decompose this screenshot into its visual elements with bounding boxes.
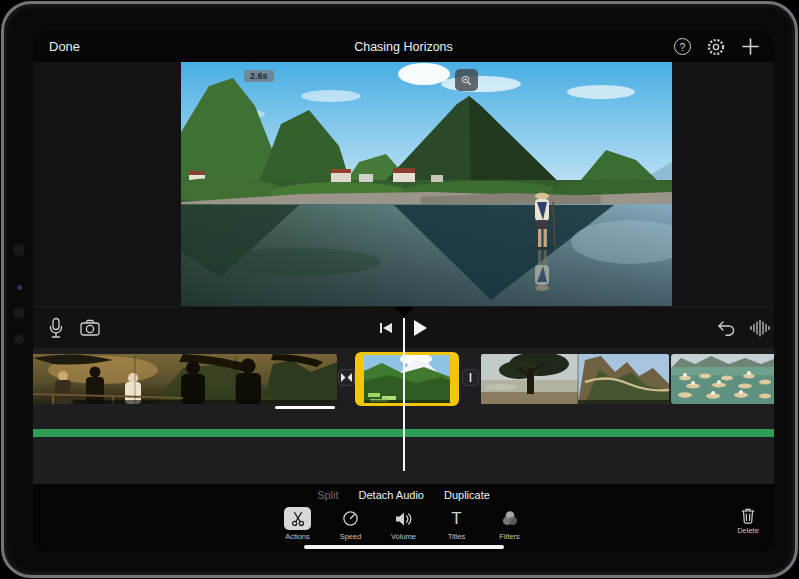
clip-trim-progress-bar bbox=[275, 406, 335, 409]
imovie-app-screen: Done Chasing Horizons ? bbox=[33, 31, 774, 552]
help-circle-icon: ? bbox=[674, 38, 691, 55]
settings-button[interactable] bbox=[706, 37, 726, 57]
video-preview[interactable] bbox=[181, 62, 672, 306]
add-media-button[interactable] bbox=[741, 37, 760, 56]
timeline-clip-selected-green-valley[interactable] bbox=[355, 352, 459, 406]
tool-label: Filters bbox=[499, 532, 519, 541]
audio-waveform-button[interactable] bbox=[747, 315, 773, 341]
record-video-button[interactable] bbox=[77, 315, 103, 341]
speed-gauge-icon bbox=[342, 510, 359, 527]
undo-icon bbox=[715, 320, 735, 337]
delete-clip-button[interactable]: Delete bbox=[728, 507, 768, 535]
preview-frame-mountain-lake bbox=[181, 62, 672, 306]
titles-T-icon: T bbox=[451, 510, 461, 527]
navbar-actions: ? bbox=[674, 37, 764, 57]
tool-speed[interactable]: Speed bbox=[331, 507, 371, 541]
tool-label: Actions bbox=[285, 532, 310, 541]
tool-titles[interactable]: T Titles bbox=[437, 507, 477, 541]
settings-gear-icon bbox=[706, 37, 726, 57]
front-camera-icon bbox=[13, 307, 25, 319]
front-camera-icon bbox=[13, 244, 25, 256]
clip-action-menu: Split Detach Audio Duplicate bbox=[33, 489, 774, 501]
playhead-line[interactable] bbox=[403, 318, 405, 471]
timeline-clip-overlook-people[interactable] bbox=[33, 354, 337, 404]
record-voiceover-button[interactable] bbox=[43, 315, 69, 341]
transition-button-applied[interactable] bbox=[338, 369, 355, 386]
timeline-clip-river-tree-wall[interactable] bbox=[481, 354, 669, 404]
tool-actions[interactable]: Actions bbox=[278, 507, 318, 541]
help-button[interactable]: ? bbox=[674, 38, 691, 55]
detach-audio-action[interactable]: Detach Audio bbox=[359, 489, 424, 501]
filters-circles-icon bbox=[501, 510, 519, 527]
tool-volume[interactable]: Volume bbox=[384, 507, 424, 541]
preview-zoom-button[interactable] bbox=[455, 69, 478, 91]
microphone-icon bbox=[46, 317, 66, 339]
play-button[interactable] bbox=[407, 315, 433, 341]
playhead-marker-icon bbox=[395, 307, 413, 317]
speaker-volume-icon bbox=[395, 511, 413, 527]
transition-none-icon bbox=[466, 372, 475, 383]
add-plus-icon bbox=[741, 37, 760, 56]
ipad-device-frame: Done Chasing Horizons ? bbox=[1, 1, 798, 578]
sensor-dot-icon bbox=[14, 334, 24, 344]
skip-to-start-button[interactable] bbox=[373, 315, 399, 341]
magnifier-plus-icon bbox=[461, 73, 472, 88]
project-title: Chasing Horizons bbox=[33, 40, 774, 54]
home-indicator[interactable] bbox=[304, 545, 504, 549]
preview-stage: 2.6s bbox=[33, 62, 774, 306]
duplicate-action[interactable]: Duplicate bbox=[444, 489, 490, 501]
camera-icon bbox=[79, 318, 101, 338]
tool-label: Speed bbox=[340, 532, 362, 541]
skip-to-start-icon bbox=[378, 320, 394, 336]
tool-filters[interactable]: Filters bbox=[490, 507, 530, 541]
clip-duration-badge: 2.6s bbox=[244, 70, 274, 82]
done-button[interactable]: Done bbox=[43, 37, 86, 56]
trash-icon bbox=[740, 507, 756, 524]
split-action: Split bbox=[317, 489, 338, 501]
screenshot-root: Done Chasing Horizons ? bbox=[0, 0, 799, 579]
bottom-inspector-bar: Split Detach Audio Duplicate bbox=[33, 484, 774, 552]
audio-waveform-icon bbox=[749, 319, 771, 337]
tool-label: Titles bbox=[448, 532, 466, 541]
sensor-dot-icon bbox=[17, 285, 22, 290]
scissors-icon bbox=[290, 511, 306, 527]
transition-button-none[interactable] bbox=[462, 369, 479, 386]
timeline-clip-bamboo-rafts[interactable] bbox=[671, 354, 774, 404]
play-icon bbox=[411, 318, 429, 338]
top-navbar: Done Chasing Horizons ? bbox=[33, 31, 774, 62]
edit-tools-row: Actions Speed bbox=[33, 507, 774, 541]
undo-button[interactable] bbox=[712, 315, 738, 341]
tool-label: Volume bbox=[391, 532, 416, 541]
transition-applied-icon bbox=[341, 373, 352, 382]
delete-label: Delete bbox=[737, 526, 759, 535]
